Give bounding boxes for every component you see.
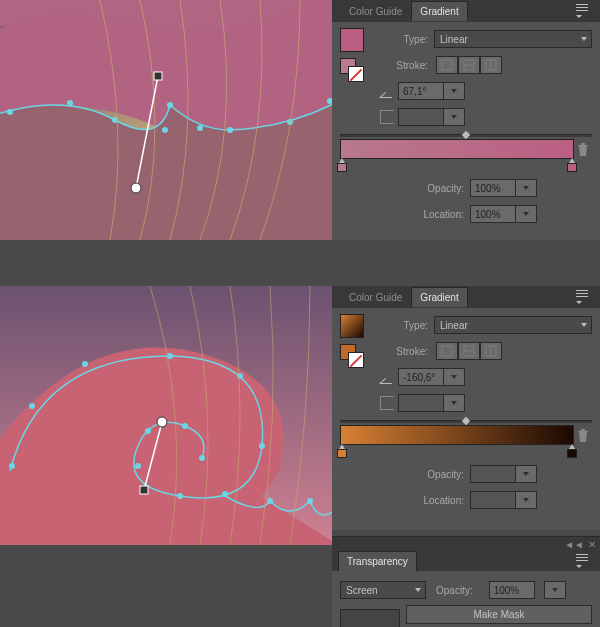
location-stepper[interactable] <box>515 205 537 223</box>
opacity-label: Opacity: <box>436 585 473 596</box>
opacity-label: Opacity: <box>416 183 464 194</box>
minimize-icon[interactable]: ◄◄ <box>564 539 584 550</box>
gradient-stop-right[interactable] <box>567 444 577 456</box>
svg-point-30 <box>199 455 205 461</box>
make-mask-button[interactable]: Make Mask <box>406 605 592 624</box>
trans-opacity-stepper[interactable] <box>544 581 566 599</box>
svg-rect-11 <box>154 72 162 80</box>
svg-rect-36 <box>442 346 452 356</box>
stroke-label: Stroke: <box>380 60 428 71</box>
stroke-label: Stroke: <box>380 346 428 357</box>
svg-point-21 <box>82 361 88 367</box>
location-input[interactable] <box>470 491 516 509</box>
svg-point-34 <box>157 417 167 427</box>
tab-color-guide-2[interactable]: Color Guide <box>340 287 411 308</box>
svg-rect-13 <box>442 60 452 70</box>
gradient-stop-left[interactable] <box>337 444 347 456</box>
panel-menu-icon[interactable] <box>576 4 596 18</box>
type-label: Type: <box>380 34 428 45</box>
gradient-ramp[interactable] <box>340 139 574 159</box>
midpoint-slider[interactable] <box>340 134 592 137</box>
aspect-stepper[interactable] <box>443 394 465 412</box>
gradient-ramp[interactable] <box>340 425 574 445</box>
svg-rect-35 <box>140 486 148 494</box>
location-label: Location: <box>416 209 464 220</box>
midpoint-slider[interactable] <box>340 420 592 423</box>
trans-opacity-input[interactable]: 100% <box>489 581 535 599</box>
aspect-lock-icon[interactable] <box>380 396 394 410</box>
type-select[interactable]: Linear <box>434 316 592 334</box>
svg-point-31 <box>267 498 273 504</box>
tab-transparency[interactable]: Transparency <box>338 551 417 571</box>
angle-input[interactable]: -160,6° <box>398 368 444 386</box>
canvas-preview-bottom <box>0 286 332 545</box>
fill-swatch[interactable] <box>340 314 364 338</box>
aspect-input[interactable] <box>398 394 444 412</box>
type-select[interactable]: Linear <box>434 30 592 48</box>
stroke-along-icon[interactable] <box>458 342 480 360</box>
trash-icon[interactable] <box>577 143 589 157</box>
svg-point-28 <box>145 428 151 434</box>
angle-icon <box>380 84 394 98</box>
panel-menu-icon[interactable] <box>576 290 596 304</box>
opacity-input[interactable] <box>470 465 516 483</box>
svg-point-27 <box>135 463 141 469</box>
opacity-input[interactable]: 100% <box>470 179 516 197</box>
svg-point-1 <box>7 109 13 115</box>
gradient-panel-top: Color Guide Gradient Type: Linear Stroke… <box>332 0 600 240</box>
blend-mode-select[interactable]: Screen <box>340 581 426 599</box>
angle-input[interactable]: 67,1° <box>398 82 444 100</box>
gradient-panel-bottom: Color Guide Gradient Type: Linear Stroke… <box>332 286 600 530</box>
panel-menu-icon[interactable] <box>576 554 596 568</box>
stroke-across-icon[interactable] <box>480 342 502 360</box>
svg-point-23 <box>237 373 243 379</box>
aspect-lock-icon[interactable] <box>380 110 394 124</box>
angle-stepper[interactable] <box>443 82 465 100</box>
stroke-across-icon[interactable] <box>480 56 502 74</box>
none-swatch[interactable] <box>348 352 364 368</box>
gradient-stop-left[interactable] <box>337 158 347 170</box>
none-swatch[interactable] <box>348 66 364 82</box>
aspect-input[interactable] <box>398 108 444 126</box>
opacity-stepper[interactable] <box>515 465 537 483</box>
angle-icon <box>380 370 394 384</box>
transparency-panel: ◄◄✕ Transparency Screen Opacity: 100% Ma… <box>332 536 600 627</box>
opacity-stepper[interactable] <box>515 179 537 197</box>
svg-point-2 <box>67 100 73 106</box>
location-input[interactable]: 100% <box>470 205 516 223</box>
tab-gradient[interactable]: Gradient <box>411 1 467 21</box>
stroke-along-icon[interactable] <box>458 56 480 74</box>
trash-icon[interactable] <box>577 429 589 443</box>
aspect-stepper[interactable] <box>443 108 465 126</box>
stroke-within-icon[interactable] <box>436 56 458 74</box>
svg-point-7 <box>227 127 233 133</box>
svg-point-12 <box>131 183 141 193</box>
svg-point-29 <box>182 423 188 429</box>
svg-point-24 <box>259 443 265 449</box>
close-icon[interactable]: ✕ <box>588 539 596 550</box>
tab-gradient-2[interactable]: Gradient <box>411 287 467 307</box>
svg-point-32 <box>307 498 313 504</box>
fill-swatch[interactable] <box>340 28 364 52</box>
angle-stepper[interactable] <box>443 368 465 386</box>
gradient-stop-right[interactable] <box>567 158 577 170</box>
mask-thumbnail[interactable] <box>340 609 400 627</box>
canvas-preview-top <box>0 0 332 240</box>
svg-point-19 <box>9 463 15 469</box>
svg-point-26 <box>177 493 183 499</box>
svg-point-20 <box>29 403 35 409</box>
svg-point-5 <box>167 102 173 108</box>
location-stepper[interactable] <box>515 491 537 509</box>
tab-color-guide[interactable]: Color Guide <box>340 1 411 22</box>
opacity-label: Opacity: <box>416 469 464 480</box>
type-label: Type: <box>380 320 428 331</box>
stroke-within-icon[interactable] <box>436 342 458 360</box>
location-label: Location: <box>416 495 464 506</box>
svg-point-4 <box>162 127 168 133</box>
svg-point-6 <box>197 125 203 131</box>
